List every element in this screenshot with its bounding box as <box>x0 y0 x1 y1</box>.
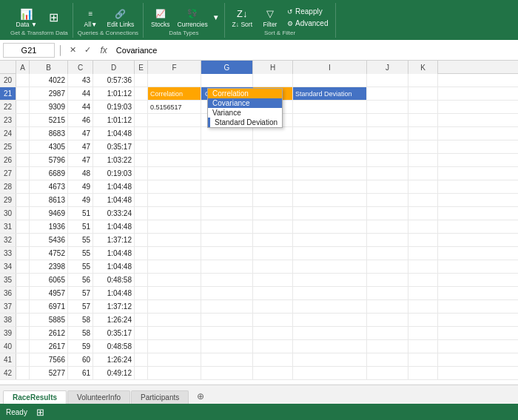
cell-g-39[interactable] <box>201 327 253 339</box>
cell-h-40[interactable] <box>253 340 293 353</box>
cell-j-26[interactable] <box>367 154 408 166</box>
cell-a-32[interactable] <box>16 234 30 246</box>
col-header-a[interactable]: A <box>16 61 30 74</box>
cell-c-20[interactable]: 43 <box>68 74 93 87</box>
cell-b-27[interactable]: 6689 <box>30 167 68 180</box>
cell-i-40[interactable] <box>293 340 367 353</box>
cell-e-40[interactable] <box>135 340 148 353</box>
cell-g-41[interactable] <box>201 353 253 366</box>
cell-d-28[interactable]: 1:04:48 <box>93 180 135 193</box>
cell-i-37[interactable] <box>293 300 367 313</box>
cell-j-32[interactable] <box>367 234 408 246</box>
cell-i-26[interactable] <box>293 154 367 166</box>
edit-links-button[interactable]: 🔗 Edit Links <box>104 6 138 30</box>
table-row[interactable]: 40 2617 59 0:48:58 <box>0 340 518 353</box>
cell-h-27[interactable] <box>253 167 293 180</box>
cell-f-31[interactable] <box>148 220 201 233</box>
cell-f-26[interactable] <box>148 154 201 166</box>
cell-b-38[interactable]: 5885 <box>30 314 68 326</box>
col-header-k[interactable]: K <box>408 61 438 74</box>
cell-g-33[interactable] <box>201 247 253 260</box>
cell-f-40[interactable] <box>148 340 201 353</box>
cell-a-35[interactable] <box>16 274 30 286</box>
cell-i-25[interactable] <box>293 140 367 153</box>
cell-j-25[interactable] <box>367 140 408 153</box>
currencies-button[interactable]: 💱 Currencies <box>175 6 211 30</box>
cell-i-31[interactable] <box>293 220 367 233</box>
cell-c-42[interactable]: 61 <box>68 367 93 379</box>
cell-i-32[interactable] <box>293 234 367 246</box>
cell-c-39[interactable]: 58 <box>68 327 93 339</box>
cell-g-28[interactable] <box>201 180 253 193</box>
col-header-g[interactable]: G <box>201 61 253 74</box>
cell-i-24[interactable] <box>293 127 367 140</box>
col-header-d[interactable]: D <box>93 61 135 74</box>
cell-j-34[interactable] <box>367 260 408 273</box>
cell-a-27[interactable] <box>16 167 30 180</box>
cell-e-42[interactable] <box>135 367 148 379</box>
cell-i-36[interactable] <box>293 287 367 299</box>
table-row[interactable]: 32 5436 55 1:37:12 <box>0 234 518 247</box>
cell-e-30[interactable] <box>135 207 148 220</box>
cell-d-35[interactable]: 0:48:58 <box>93 274 135 286</box>
col-header-j[interactable]: J <box>367 61 408 74</box>
cell-g-36[interactable] <box>201 287 253 299</box>
cell-e-37[interactable] <box>135 300 148 313</box>
cell-i-35[interactable] <box>293 274 367 286</box>
cell-e-39[interactable] <box>135 327 148 339</box>
cell-k-25[interactable] <box>408 140 438 153</box>
cell-f-39[interactable] <box>148 327 201 339</box>
cell-f-25[interactable] <box>148 140 201 153</box>
cell-e-33[interactable] <box>135 247 148 260</box>
cell-c-27[interactable]: 48 <box>68 167 93 180</box>
cell-e-27[interactable] <box>135 167 148 180</box>
cell-a-40[interactable] <box>16 340 30 353</box>
col-header-c[interactable]: C <box>68 61 93 74</box>
cell-h-32[interactable] <box>253 234 293 246</box>
cell-c-41[interactable]: 60 <box>68 353 93 366</box>
cell-f-30[interactable] <box>148 207 201 220</box>
cell-j-27[interactable] <box>367 167 408 180</box>
cell-g-27[interactable] <box>201 167 253 180</box>
cell-a-41[interactable] <box>16 353 30 366</box>
cell-g-34[interactable] <box>201 260 253 273</box>
cell-k-38[interactable] <box>408 314 438 326</box>
cell-d-24[interactable]: 1:04:48 <box>93 127 135 140</box>
cell-g-40[interactable] <box>201 340 253 353</box>
cell-e-35[interactable] <box>135 274 148 286</box>
cell-k-33[interactable] <box>408 247 438 260</box>
cell-d-37[interactable]: 1:37:12 <box>93 300 135 313</box>
cell-g-26[interactable] <box>201 154 253 166</box>
cell-c-24[interactable]: 47 <box>68 127 93 140</box>
cell-c-22[interactable]: 44 <box>68 101 93 113</box>
cell-c-36[interactable]: 57 <box>68 287 93 299</box>
cell-b-40[interactable]: 2617 <box>30 340 68 353</box>
cancel-formula-button[interactable]: ✕ <box>67 44 80 57</box>
cell-a-25[interactable] <box>16 140 30 153</box>
table-row[interactable]: 37 6971 57 1:37:12 <box>0 300 518 314</box>
cell-g-35[interactable] <box>201 274 253 286</box>
cell-j-37[interactable] <box>367 300 408 313</box>
cell-f-37[interactable] <box>148 300 201 313</box>
cell-d-29[interactable]: 1:04:48 <box>93 194 135 206</box>
cell-c-38[interactable]: 58 <box>68 314 93 326</box>
cell-a-28[interactable] <box>16 180 30 193</box>
cell-h-36[interactable] <box>253 287 293 299</box>
sort-button[interactable]: Z↓ Z↓ Sort <box>229 6 255 30</box>
cell-j-21[interactable] <box>367 87 408 100</box>
cell-h-37[interactable] <box>253 300 293 313</box>
cell-reference-input[interactable] <box>3 43 55 58</box>
cell-d-25[interactable]: 0:35:17 <box>93 140 135 153</box>
cell-j-33[interactable] <box>367 247 408 260</box>
col-header-e[interactable]: E <box>135 61 148 74</box>
cell-b-31[interactable]: 1936 <box>30 220 68 233</box>
cell-e-41[interactable] <box>135 353 148 366</box>
confirm-formula-button[interactable]: ✓ <box>81 44 95 57</box>
cell-a-38[interactable] <box>16 314 30 326</box>
cell-j-24[interactable] <box>367 127 408 140</box>
cell-e-26[interactable] <box>135 154 148 166</box>
cell-h-38[interactable] <box>253 314 293 326</box>
cell-f-29[interactable] <box>148 194 201 206</box>
formula-input[interactable] <box>113 44 515 56</box>
sheet-tab-volunteerinfo[interactable]: VolunteerInfo <box>67 390 130 404</box>
